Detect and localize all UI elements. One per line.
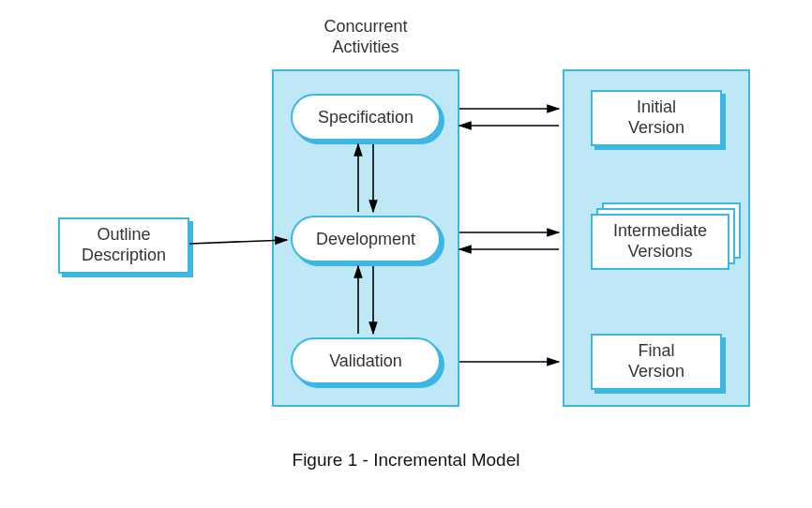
specification-node: Specification [291,94,441,141]
concurrent-activities-title: Concurrent Activities [281,17,450,57]
outline-description-box: Outline Description [58,217,189,274]
figure-caption: Figure 1 - Incremental Model [0,450,812,471]
development-node: Development [291,216,441,262]
final-version-box: Final Version [591,334,722,390]
validation-node: Validation [291,337,441,384]
intermediate-versions-box: Intermediate Versions [591,214,729,270]
diagram-canvas: Concurrent Activities Outline Descriptio… [0,0,812,508]
initial-version-box: Initial Version [591,90,722,146]
